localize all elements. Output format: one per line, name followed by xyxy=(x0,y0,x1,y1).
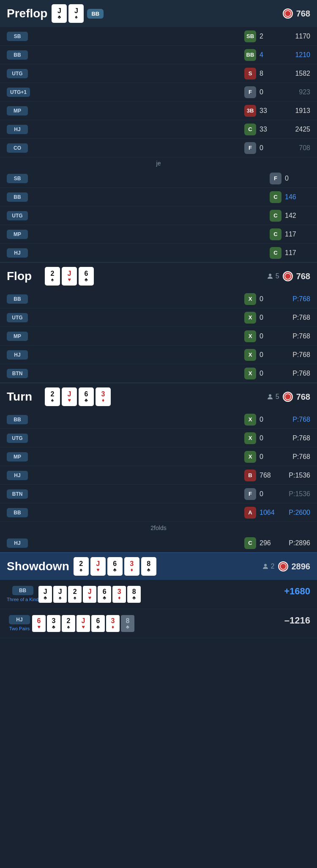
action-amount: 0 xyxy=(260,351,285,359)
action-amount: 0 xyxy=(260,490,285,498)
turn-action-list: BBX0P:768UTGX0P:768MPX0P:768HJB768P:1536… xyxy=(0,410,317,552)
turn-player-count: 5 xyxy=(266,393,279,401)
card: 3♣ xyxy=(47,615,60,632)
position-badge: MP xyxy=(7,332,28,341)
position-badge: BB xyxy=(7,294,28,304)
preflop-title: Preflop xyxy=(7,7,47,20)
stack-amount: 923 xyxy=(285,88,310,96)
stack-amount: P:2896 xyxy=(285,539,310,547)
card: 6♣ xyxy=(107,557,123,576)
flop-player-count: 5 xyxy=(266,272,279,280)
stack-amount: 1210 xyxy=(285,51,310,59)
action-badge: SB xyxy=(244,30,256,42)
turn-header: Turn 2♠J♥6♣3♦ 5 768 xyxy=(0,383,317,410)
showdown-player-row: HJTwo Pairs6♥3♣2♠J♥6♣3♦8♣–1216 xyxy=(0,609,317,638)
position-badge: CO xyxy=(7,143,28,153)
showdown-player-count: 2 xyxy=(262,563,275,570)
action-amount: 117 xyxy=(285,249,310,257)
card: 2♠ xyxy=(62,615,75,632)
stack-amount: P:2600 xyxy=(285,509,310,516)
card: 3♦ xyxy=(124,557,139,576)
action-amount: 33 xyxy=(260,126,285,133)
stack-amount: P:768 xyxy=(285,453,310,461)
position-badge: UTG xyxy=(7,434,28,443)
position-badge: BB xyxy=(7,50,28,60)
showdown-player-row: BBThree of a KindJ♣J♠2♠J♥6♣3♦8♣+1680 xyxy=(0,580,317,609)
person-icon-showdown xyxy=(262,563,269,570)
action-badge: B xyxy=(244,470,256,481)
stack-amount: P:768 xyxy=(285,416,310,423)
action-badge: X xyxy=(244,451,256,463)
table-row: UTGS81582 xyxy=(0,64,317,83)
table-row: UTG+1F0923 xyxy=(0,83,317,102)
position-badge: SB xyxy=(7,174,28,183)
action-badge: C xyxy=(270,191,281,203)
showdown-header-right: 2 2896 xyxy=(262,561,310,571)
stack-amount: 1582 xyxy=(285,70,310,77)
card: 3♦ xyxy=(96,387,111,406)
table-row: MPC117 xyxy=(0,225,317,244)
card: J♥ xyxy=(77,615,90,632)
action-badge: X xyxy=(244,368,256,379)
position-badge: HJ xyxy=(7,350,28,360)
position-badge: BTN xyxy=(7,489,28,499)
stack-amount: P:768 xyxy=(285,370,310,377)
table-row: SBF0 xyxy=(0,169,317,188)
flop-pot: 768 xyxy=(296,272,310,281)
position-badge: HJ xyxy=(7,125,28,134)
chip-icon-showdown xyxy=(278,561,288,571)
action-badge: X xyxy=(244,414,256,426)
table-row: BBX0P:768 xyxy=(0,290,317,308)
action-amount: 0 xyxy=(285,175,310,182)
showdown-hand-cards: J♣J♠2♠J♥6♣3♦8♣ xyxy=(38,586,276,603)
card: 2♠ xyxy=(74,557,89,576)
action-amount: 0 xyxy=(260,434,285,442)
action-amount: 0 xyxy=(260,144,285,152)
action-amount: 117 xyxy=(285,231,310,238)
action-badge: S xyxy=(244,68,256,80)
action-amount: 0 xyxy=(260,88,285,96)
position-badge: UTG xyxy=(7,211,28,220)
action-badge: X xyxy=(244,349,256,361)
svg-point-5 xyxy=(269,394,271,397)
showdown-cards: 2♠J♥6♣3♦8♣ xyxy=(74,557,156,576)
position-badge: HJ xyxy=(7,538,28,548)
table-row: BBA1064P:2600 xyxy=(0,503,317,522)
card: 8♣ xyxy=(127,586,141,603)
flop-title: Flop xyxy=(7,269,41,283)
table-row: UTGX0P:768 xyxy=(0,308,317,327)
card: J♥ xyxy=(83,586,96,603)
card: 3♦ xyxy=(106,615,120,632)
table-row: BBX0P:768 xyxy=(0,410,317,429)
position-badge: UTG xyxy=(7,313,28,322)
chip-icon xyxy=(283,8,293,19)
flop-action-list: BBX0P:768UTGX0P:768MPX0P:768HJX0P:768BTN… xyxy=(0,290,317,383)
action-badge: A xyxy=(244,507,256,519)
table-row: COF0708 xyxy=(0,139,317,157)
card: 6♥ xyxy=(32,615,46,632)
action-badge: X xyxy=(244,293,256,305)
stack-amount: 2425 xyxy=(285,126,310,133)
action-amount: 146 xyxy=(285,193,310,201)
stack-amount: 1913 xyxy=(285,107,310,115)
action-amount: 0 xyxy=(260,314,285,321)
stack-amount: P:1536 xyxy=(285,490,310,498)
position-badge: HJ xyxy=(9,615,30,624)
position-badge: BB xyxy=(7,192,28,202)
table-row: BTNX0P:768 xyxy=(0,364,317,383)
preflop-badge: BB xyxy=(87,9,104,19)
card: 6♣ xyxy=(79,387,94,406)
table-row: MPX0P:768 xyxy=(0,327,317,346)
action-badge: C xyxy=(270,228,281,240)
turn-cards: 2♠J♥6♣3♦ xyxy=(45,387,111,406)
action-badge: C xyxy=(270,210,281,222)
stack-amount: P:768 xyxy=(285,434,310,442)
action-amount: 0 xyxy=(260,370,285,377)
table-row: HJX0P:768 xyxy=(0,346,317,364)
action-badge: F xyxy=(244,142,256,154)
table-row: BBBB41210 xyxy=(0,46,317,64)
stack-amount: 1170 xyxy=(285,33,310,40)
position-badge: BB xyxy=(7,508,28,517)
svg-point-8 xyxy=(264,564,267,566)
position-badge: UTG+1 xyxy=(7,88,30,97)
